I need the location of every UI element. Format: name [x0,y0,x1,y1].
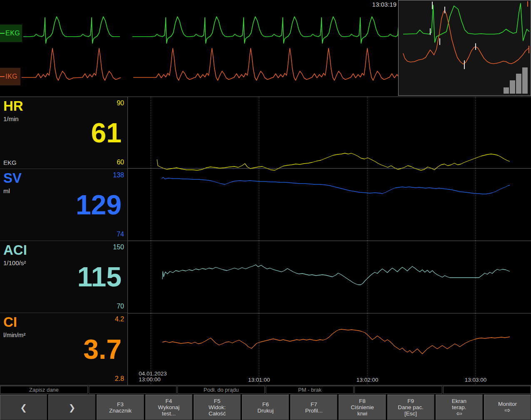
alarm-limit-low: 74 [117,231,124,238]
key-f5-view[interactable]: F5 Widok: Całość [194,395,241,420]
signal-bar [522,67,528,94]
key-label: Profil... [305,408,323,414]
status-bar: Zapisz dane Podł. do prądu PM - brak [0,386,531,394]
signal-bar [504,87,509,94]
key-f7-profile[interactable]: F7 Profil... [290,395,337,420]
realtime-waveform-area: EKG IKG 13:03:19 [0,0,398,96]
beat-zoom-panel [398,0,531,96]
key-label: F3 [117,401,124,408]
status-segment [443,386,531,394]
trend-svg [127,97,531,385]
status-segment-pacemaker: PM - brak [266,386,354,394]
tile-ci[interactable]: CI l/min/m² 3.7 4.2 2.8 [0,313,127,385]
tile-sv[interactable]: SV ml 129 138 74 [0,169,127,241]
key-label: Całość [209,410,226,417]
trend-graph-area: 04.01.2023 13:00:00 13:01:00 13:02:00 13… [127,97,531,385]
ikg-lead-label: IKG [0,68,20,85]
alarm-limit-low: 2.8 [115,375,124,383]
key-label: F8 [359,398,366,404]
key-label: Dane pac. [398,404,424,410]
status-segment [354,386,442,394]
key-label: F7 [311,401,317,408]
alarm-limit-high: 150 [113,244,124,251]
tile-value: 115 [77,263,122,291]
key-label: krwi [357,410,367,417]
key-label: test... [162,410,176,417]
key-f6-print[interactable]: F6 Drukuj [242,395,289,420]
patient-monitor-screen: { "clock": {"time": "13:03:19"}, "top": … [0,0,531,420]
alarm-limit-high: 4.2 [115,316,124,323]
tile-title: HR [3,99,23,113]
key-label: Znacznik [109,408,132,414]
tile-aci[interactable]: ACI 1/100/s² 115 150 70 [0,241,127,313]
ekg-label-text: EKG [5,30,20,37]
key-f4-run-test[interactable]: F4 Wykonaj test... [145,395,192,420]
parameter-tile-column: HR 1/min 61 90 60 EKG SV ml 129 138 74 A… [0,97,127,385]
key-label: [Esc] [404,410,417,417]
trend-timestamp: 13:01:00 [248,377,270,383]
tile-unit: 1/100/s² [3,259,26,266]
ikg-lead-line-icon [0,76,5,77]
tile-value: 61 [91,119,122,147]
tile-value: 3.7 [83,336,122,363]
page-right-button[interactable]: ❯ [48,395,95,420]
key-f8-blood-pressure[interactable]: F8 Ciśnienie krwi [339,395,386,420]
arrow-right-icon: ⇨ [504,407,510,414]
tile-value: 129 [76,191,122,219]
trend-start-time: 13:00:00 [139,377,167,383]
trend-start-date: 04.01.2023 [139,371,167,377]
ekg-ikg-waveform-svg [0,0,398,96]
ekg-lead-line-icon [0,33,5,34]
alarm-limit-high: 138 [113,171,124,179]
tile-unit: l/min/m² [3,331,25,338]
alarm-limit-low: 70 [117,303,124,310]
tile-title: ACI [3,243,27,257]
signal-strength-icon [504,67,528,94]
tile-source: EKG [3,159,17,166]
signal-bar [510,80,515,94]
chevron-left-icon: ❮ [20,403,27,412]
signal-bar [516,74,521,94]
status-segment-power: Podł. do prądu [177,386,265,394]
tile-title: SV [3,171,22,185]
key-f9-patient-data[interactable]: F9 Dane pac. [Esc] [387,395,434,420]
tile-unit: 1/min [3,115,19,122]
alarm-limit-high: 90 [117,99,124,107]
alarm-limit-low: 60 [117,159,124,166]
tile-title: CI [3,315,17,329]
tile-unit: ml [3,187,10,194]
key-label: F4 [165,398,172,404]
ekg-lead-label: EKG [0,25,22,42]
tile-hr[interactable]: HR 1/min 61 90 60 EKG [0,97,127,169]
status-segment-save: Zapisz dane [0,386,88,394]
key-f3-marker[interactable]: F3 Znacznik [97,395,144,420]
current-time: 13:03:19 [372,1,396,8]
function-key-bar: ❮ ❯ F3 Znacznik F4 Wykonaj test... F5 Wi… [0,395,531,420]
key-label: Wykonaj [158,404,179,410]
key-label: Widok: [209,404,226,410]
key-label: Drukuj [257,408,274,414]
key-therapy-screen[interactable]: Ekran terap. ⇦ [436,395,483,420]
trend-timestamp: 13:02:00 [356,377,379,383]
trend-start-timestamp: 04.01.2023 13:00:00 [139,371,167,383]
page-left-button[interactable]: ❮ [0,395,47,420]
chevron-right-icon: ❯ [68,403,75,412]
key-label: Ciśnienie [351,404,374,410]
key-monitor[interactable]: Monitor ⇨ [484,395,531,420]
ikg-label-text: IKG [5,73,17,80]
status-segment [89,386,177,394]
key-label: F5 [214,398,220,404]
arrow-left-icon: ⇦ [456,410,462,417]
key-label: F6 [262,401,269,408]
key-label: Ekran [452,398,466,404]
key-label: F9 [407,398,414,404]
trend-timestamp: 13:03:00 [465,377,487,383]
